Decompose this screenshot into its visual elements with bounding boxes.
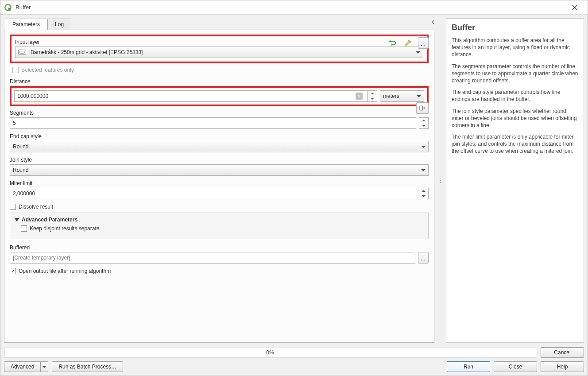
window-close-button[interactable] <box>565 1 584 14</box>
open-output-checkbox[interactable]: Open output file after running algorithm <box>10 268 429 274</box>
close-button[interactable]: Close <box>494 361 537 372</box>
advanced-parameters-header[interactable]: Advanced Parameters <box>15 217 424 223</box>
cancel-button[interactable]: Cancel <box>541 347 584 358</box>
chevron-down-icon <box>417 95 421 97</box>
window-title: Buffer <box>15 4 31 11</box>
selected-features-only-label: Selected features only <box>21 67 74 73</box>
help-p2: The segments parameter controls the numb… <box>452 63 578 85</box>
splitter-handle[interactable] <box>439 18 441 343</box>
checkbox-checked-icon <box>10 268 16 274</box>
data-defined-icon <box>419 105 426 112</box>
advanced-menu-button[interactable]: Advanced <box>4 361 48 372</box>
tab-parameters[interactable]: Parameters <box>5 19 47 30</box>
close-icon <box>572 5 577 10</box>
input-layer-browse-button[interactable]: … <box>418 37 429 49</box>
input-layer-tools: … <box>386 37 429 49</box>
help-p1: This algorithm computes a buffer area fo… <box>452 37 578 58</box>
qgis-logo-icon <box>4 4 12 12</box>
input-layer-combo[interactable]: Barnetråkk - 250m grid - aktivitet [EPSG… <box>15 47 423 58</box>
highlight-distance: 1000,000000 ✕ meters <box>10 86 429 106</box>
help-panel: Buffer This algorithm computes a buffer … <box>446 18 584 343</box>
iterate-features-button[interactable] <box>386 37 398 49</box>
highlight-input-layer: Input layer Barnetråkk - 250m grid - akt… <box>10 35 429 63</box>
wrench-icon <box>404 39 413 47</box>
chevron-down-icon <box>40 361 48 372</box>
collapse-left-icon[interactable] <box>431 19 435 26</box>
spin-down-icon[interactable] <box>419 123 428 128</box>
segments-value: 5 <box>13 120 16 126</box>
help-button[interactable]: Help <box>541 361 584 372</box>
miter-spinner[interactable] <box>419 188 429 199</box>
spin-down-icon[interactable] <box>419 194 428 199</box>
svg-rect-2 <box>420 106 423 110</box>
spin-down-icon[interactable] <box>368 96 377 101</box>
clear-input-icon[interactable]: ✕ <box>356 93 363 100</box>
open-output-label: Open output file after running algorithm <box>19 268 111 274</box>
distance-unit-combo[interactable]: meters <box>380 90 424 102</box>
endcap-label: End cap style <box>10 133 429 140</box>
left-column: Parameters Log Input layer <box>4 18 434 343</box>
input-layer-value: Barnetråkk - 250m grid - aktivitet [EPSG… <box>31 49 143 55</box>
help-title: Buffer <box>452 23 578 32</box>
segments-field[interactable]: 5 <box>10 117 416 129</box>
chevron-down-icon <box>421 146 426 148</box>
checkbox-box-icon <box>12 67 19 73</box>
joinstyle-combo[interactable]: Round <box>10 164 429 176</box>
progress-bar: 0% <box>4 348 536 357</box>
buffered-browse-button[interactable]: … <box>418 252 429 264</box>
chevron-down-icon <box>421 169 426 171</box>
segments-label: Segments <box>10 110 429 116</box>
tab-log[interactable]: Log <box>47 19 71 30</box>
distance-spinner[interactable] <box>368 90 377 102</box>
segments-spinner[interactable] <box>419 117 429 129</box>
run-batch-button[interactable]: Run as Batch Process… <box>52 361 123 372</box>
expand-triangle-icon <box>15 218 19 221</box>
help-p3: The end cap style parameter controls how… <box>452 89 578 103</box>
buffer-dialog: Buffer Parameters Log Input layer <box>0 0 588 376</box>
tab-bar: Parameters Log <box>5 19 434 30</box>
iterate-icon <box>387 39 397 47</box>
dissolve-checkbox[interactable]: Dissolve result <box>10 204 429 210</box>
main-row: Parameters Log Input layer <box>4 18 584 343</box>
parameters-panel: Input layer Barnetråkk - 250m grid - akt… <box>4 30 434 343</box>
bottom-bar: 0% Cancel Advanced Run as Batch Process…… <box>4 343 584 372</box>
advanced-parameters-title: Advanced Parameters <box>22 217 77 223</box>
advanced-parameters-group: Advanced Parameters Keep disjoint result… <box>10 213 429 239</box>
joinstyle-label: Join style <box>10 157 429 163</box>
selected-features-only-checkbox[interactable]: Selected features only <box>12 67 429 73</box>
tab-log-label: Log <box>55 21 64 27</box>
polygon-layer-icon <box>18 50 26 55</box>
progress-text: 0% <box>266 349 274 356</box>
data-defined-override-button[interactable] <box>416 102 429 114</box>
buffered-output-field[interactable]: [Create temporary layer] <box>10 252 415 264</box>
miter-label: Miter limit <box>10 180 429 186</box>
buffered-placeholder: [Create temporary layer] <box>13 255 70 261</box>
keep-disjoint-checkbox[interactable]: Keep disjoint results separate <box>21 225 424 232</box>
spin-up-icon[interactable] <box>419 118 428 123</box>
spin-up-icon[interactable] <box>368 91 377 96</box>
buffered-label: Buffered <box>10 244 429 251</box>
titlebar: Buffer <box>0 0 588 15</box>
run-button[interactable]: Run <box>447 361 490 372</box>
distance-unit-value: meters <box>383 93 399 99</box>
endcap-combo[interactable]: Round <box>10 141 429 152</box>
dissolve-label: Dissolve result <box>19 204 53 210</box>
help-p5: The miter limit parameter is only applic… <box>452 133 578 155</box>
distance-label: Distance <box>10 78 429 85</box>
tab-parameters-label: Parameters <box>12 21 40 27</box>
chevron-down-icon <box>416 51 420 54</box>
dialog-body: Parameters Log Input layer <box>0 15 588 376</box>
joinstyle-value: Round <box>13 167 28 173</box>
distance-field[interactable]: 1000,000000 ✕ <box>14 90 368 102</box>
checkbox-box-icon <box>21 225 27 232</box>
spin-up-icon[interactable] <box>419 188 428 194</box>
miter-field[interactable]: 2,000000 <box>10 188 416 199</box>
distance-value: 1000,000000 <box>17 93 48 99</box>
advanced-options-button[interactable] <box>402 37 414 49</box>
input-layer-label: Input layer <box>15 39 423 45</box>
endcap-value: Round <box>13 143 28 150</box>
svg-rect-1 <box>8 8 11 10</box>
miter-value: 2,000000 <box>13 190 35 197</box>
checkbox-box-icon <box>10 204 16 210</box>
keep-disjoint-label: Keep disjoint results separate <box>30 225 99 232</box>
